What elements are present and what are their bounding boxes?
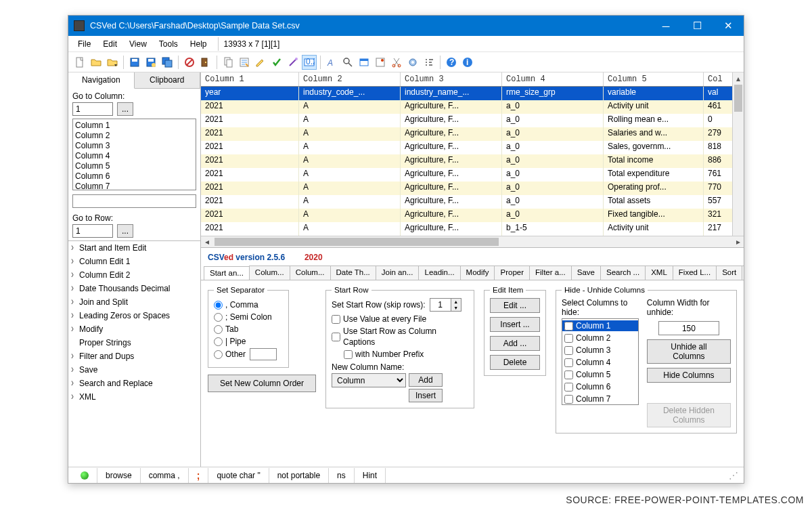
maximize-button[interactable]: ☐ [681, 16, 713, 36]
bottom-tab[interactable]: Join an... [376, 266, 420, 280]
hide-col-item[interactable]: Column 7 [562, 394, 638, 404]
tree-item[interactable]: Column Edit 1 [68, 255, 200, 268]
table-row[interactable]: 2021AAgriculture, F...b_1-5Activity unit… [201, 222, 744, 236]
delete-button[interactable]: Delete [490, 355, 540, 370]
cell[interactable]: A [299, 182, 401, 195]
cell[interactable]: A [299, 222, 401, 236]
column-list[interactable]: Column 1 Column 2 Column 3 Column 4 Colu… [72, 119, 196, 190]
cell[interactable]: Total expenditure [604, 168, 704, 182]
cell[interactable]: 461 [704, 100, 734, 114]
cell[interactable]: 557 [704, 195, 734, 209]
bottom-tab[interactable]: Date Th... [330, 266, 376, 280]
tree-item[interactable]: Proper Strings [68, 336, 200, 350]
goto-row-input[interactable] [72, 224, 113, 238]
list-item[interactable]: Column 2 [75, 131, 194, 141]
edit-pencil-icon[interactable] [253, 55, 268, 70]
cell[interactable]: A [299, 100, 401, 114]
cell[interactable]: a_0 [502, 100, 604, 114]
bottom-tab[interactable]: Leadin... [418, 266, 460, 280]
hide-col-item[interactable]: Column 2 [562, 333, 638, 343]
hide-columns-list[interactable]: Column 1 Column 2 Column 3 Column 4 Colu… [562, 318, 639, 405]
table-row[interactable]: 2021AAgriculture, F...a_0Total assets557 [201, 195, 744, 209]
column-header[interactable]: Column 5 [604, 72, 704, 86]
spin-down-icon[interactable]: ▼ [451, 305, 461, 311]
list-item[interactable]: Column 6 [75, 171, 194, 182]
info-icon[interactable]: i [460, 55, 475, 70]
cell[interactable]: 0 [704, 114, 734, 127]
cell[interactable]: Agriculture, F... [401, 195, 502, 209]
cell[interactable]: Agriculture, F... [401, 141, 502, 154]
sep-semicolon-radio[interactable]: ; Semi Colon [214, 312, 283, 322]
gear-icon[interactable] [405, 55, 420, 70]
cell[interactable]: 2021 [201, 114, 299, 127]
column-header[interactable]: Column 4 [502, 72, 604, 86]
search-icon[interactable] [340, 55, 355, 70]
check-icon[interactable] [269, 55, 284, 70]
cell[interactable]: 279 [704, 127, 734, 141]
tree-item[interactable]: Filter and Dups [68, 350, 200, 363]
tab-clipboard[interactable]: Clipboard [135, 72, 201, 88]
bottom-tab[interactable]: XML [645, 266, 673, 280]
list-item[interactable]: Column 1 [75, 121, 194, 131]
cell[interactable]: 2021 [201, 168, 299, 182]
exit-icon[interactable] [198, 55, 213, 70]
table-row[interactable]: 2021AAgriculture, F...a_0Sales, governm.… [201, 141, 744, 154]
grid-horizontal-scrollbar[interactable]: ◂▸ [201, 236, 744, 247]
bottom-tab[interactable]: Proper [494, 266, 530, 280]
cell[interactable]: a_0 [502, 168, 604, 182]
hide-columns-button[interactable]: Hide Columns [647, 368, 731, 383]
table-row[interactable]: 2021AAgriculture, F...a_0Fixed tangible.… [201, 209, 744, 222]
cell[interactable]: Agriculture, F... [401, 154, 502, 168]
table-row[interactable]: 2021AAgriculture, F...a_0Salaries and w.… [201, 127, 744, 141]
sep-other-radio[interactable]: Other [214, 348, 283, 360]
sep-pipe-radio[interactable]: | Pipe [214, 336, 283, 347]
copy-icon[interactable] [221, 55, 235, 70]
cell[interactable]: 2021 [201, 127, 299, 141]
cell[interactable]: 2021 [201, 154, 299, 168]
unhide-all-button[interactable]: Unhide all Columns [647, 339, 731, 364]
cell[interactable]: year [201, 87, 299, 100]
cell[interactable]: Agriculture, F... [401, 222, 502, 236]
menu-view[interactable]: View [124, 37, 152, 51]
sep-tab-radio[interactable]: Tab [214, 324, 283, 335]
tree-item[interactable]: Join and Split [68, 295, 200, 309]
cell[interactable]: 761 [704, 168, 734, 182]
list-item[interactable]: Column 5 [75, 161, 194, 171]
goto-column-button[interactable]: ... [117, 102, 133, 116]
resize-grip-icon[interactable]: ⋰ [729, 470, 740, 481]
goto-column-input[interactable] [72, 102, 113, 116]
tree-item[interactable]: Save [68, 363, 200, 377]
bottom-tab[interactable]: Fixed L... [673, 266, 717, 280]
cell[interactable]: a_0 [502, 209, 604, 222]
add-column-button[interactable]: Add [409, 373, 443, 387]
cell[interactable]: a_0 [502, 127, 604, 141]
table-row[interactable]: 2021AAgriculture, F...a_0Total income886 [201, 154, 744, 168]
cell[interactable]: Activity unit [604, 222, 704, 236]
sep-comma-radio[interactable]: , Comma [214, 299, 283, 310]
window-icon[interactable] [357, 55, 371, 70]
cell[interactable]: 217 [704, 222, 734, 236]
cell[interactable]: 886 [704, 154, 734, 168]
hide-col-item[interactable]: Column 6 [562, 381, 638, 392]
cell[interactable]: Sales, governm... [604, 141, 704, 154]
save-icon[interactable] [127, 55, 142, 70]
bottom-tab[interactable]: Start an... [204, 266, 250, 280]
tree-item[interactable]: Date Thousands Decimal [68, 282, 200, 295]
hide-col-item[interactable]: Column 3 [562, 345, 638, 356]
edit-button[interactable]: Edit ... [490, 298, 540, 313]
column-header[interactable]: Column 2 [299, 72, 401, 86]
menu-help[interactable]: Help [185, 37, 212, 51]
new-column-select[interactable]: Column [332, 373, 406, 387]
cell[interactable]: A [299, 154, 401, 168]
font-icon[interactable]: A [324, 55, 339, 70]
cell[interactable]: A [299, 127, 401, 141]
menu-file[interactable]: File [72, 37, 96, 51]
cell[interactable]: rme_size_grp [502, 87, 604, 100]
tab-navigation[interactable]: Navigation [68, 72, 135, 89]
spin-up-icon[interactable]: ▲ [451, 299, 461, 305]
scroll-up-icon[interactable]: ▴ [733, 72, 744, 84]
table-row[interactable]: yearindustry_code_...industry_name_...rm… [201, 87, 744, 100]
cell[interactable]: 818 [704, 141, 734, 154]
tree-item[interactable]: Column Edit 2 [68, 268, 200, 282]
column-width-input[interactable] [658, 321, 719, 335]
